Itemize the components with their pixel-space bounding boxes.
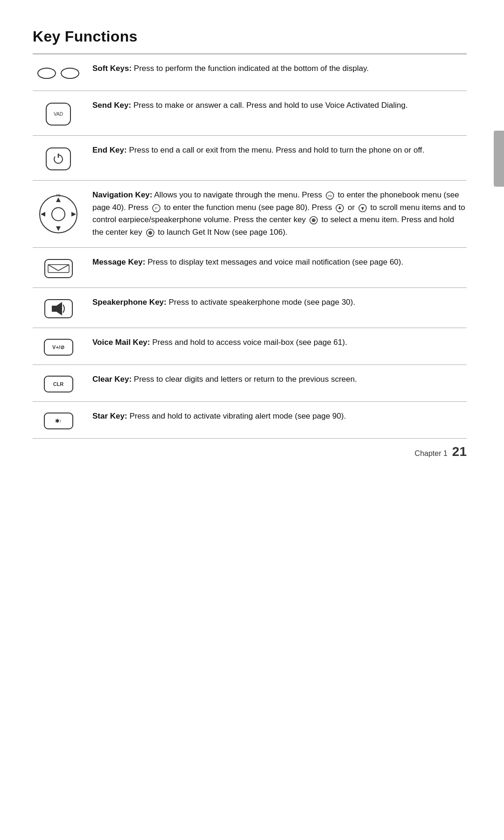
soft-keys-entry: Soft Keys: Press to perform the function…	[33, 54, 467, 91]
svg-text:CLR: CLR	[53, 381, 63, 387]
speakerphone-key-entry: Speakerphone Key: Press to activate spea…	[33, 288, 467, 328]
nav-f-icon: F	[152, 202, 161, 214]
clear-key-icon: CLR	[33, 373, 84, 393]
footer: Chapter 1 21	[415, 444, 467, 459]
svg-marker-11	[41, 212, 45, 217]
svg-point-24	[312, 218, 315, 222]
message-key-icon	[33, 256, 84, 279]
message-key-text: Message Key: Press to display text messa…	[92, 256, 467, 268]
svg-marker-10	[56, 226, 61, 231]
svg-marker-33	[56, 302, 62, 315]
star-key-icon: ✱↑	[33, 410, 84, 430]
side-tab	[494, 131, 504, 187]
nav-center-icon	[309, 214, 318, 226]
navigation-key-icon: PB F	[33, 189, 84, 235]
svg-text:✱↑: ✱↑	[55, 418, 62, 424]
star-key-entry: ✱↑ Star Key: Press and hold to activate …	[33, 402, 467, 439]
svg-text:F: F	[155, 207, 157, 210]
svg-line-29	[58, 265, 69, 271]
svg-rect-4	[46, 148, 70, 170]
nav-down-icon	[358, 202, 367, 214]
star-key-text: Star Key: Press and hold to activate vib…	[92, 410, 467, 422]
svg-text:PB: PB	[328, 195, 332, 197]
footer-chapter: Chapter 1	[415, 449, 448, 458]
svg-text:PB: PB	[56, 194, 61, 197]
voice-mail-key-text: Voice Mail Key: Press and hold to access…	[92, 336, 467, 349]
voice-mail-key-entry: V+/⊘ Voice Mail Key: Press and hold to a…	[33, 328, 467, 365]
svg-point-1	[61, 68, 79, 78]
svg-text:VAD: VAD	[54, 112, 63, 117]
soft-keys-text: Soft Keys: Press to perform the function…	[92, 63, 467, 75]
speakerphone-key-text: Speakerphone Key: Press to activate spea…	[92, 296, 467, 308]
svg-point-0	[38, 68, 56, 78]
page: Key Functions Soft Keys: Press to perfor…	[0, 0, 504, 476]
clear-key-text: Clear Key: Press to clear digits and let…	[92, 373, 467, 385]
svg-point-8	[52, 208, 65, 221]
end-key-text: End Key: Press to end a call or exit fro…	[92, 144, 467, 156]
svg-point-26	[148, 231, 152, 235]
nav-up-icon	[335, 202, 344, 214]
send-key-icon: VAD	[33, 99, 84, 127]
page-title: Key Functions	[33, 28, 467, 45]
end-key-icon	[33, 144, 84, 172]
svg-text:V+/⊘: V+/⊘	[52, 344, 64, 350]
send-key-entry: VAD Send Key: Press to make or answer a …	[33, 91, 467, 136]
soft-keys-icon	[33, 63, 84, 82]
nav-center2-icon	[146, 226, 155, 238]
footer-page-number: 21	[452, 444, 467, 459]
svg-rect-27	[45, 259, 72, 278]
svg-rect-32	[52, 306, 56, 312]
svg-text:F: F	[73, 213, 75, 217]
svg-marker-20	[338, 206, 341, 209]
svg-marker-22	[361, 207, 364, 210]
speakerphone-key-icon	[33, 296, 84, 319]
end-key-entry: End Key: Press to end a call or exit fro…	[33, 136, 467, 181]
navigation-key-text: Navigation Key: Allows you to navigate t…	[92, 189, 467, 239]
voice-mail-key-icon: V+/⊘	[33, 336, 84, 356]
send-key-text: Send Key: Press to make or answer a call…	[92, 99, 467, 112]
svg-marker-9	[56, 197, 61, 202]
svg-line-28	[48, 265, 58, 271]
clear-key-entry: CLR Clear Key: Press to clear digits and…	[33, 365, 467, 402]
nav-pb-icon: PB	[325, 189, 335, 201]
navigation-key-entry: PB F Navigation Key: Allows you to navig…	[33, 181, 467, 248]
svg-rect-30	[48, 265, 69, 273]
message-key-entry: Message Key: Press to display text messa…	[33, 248, 467, 288]
